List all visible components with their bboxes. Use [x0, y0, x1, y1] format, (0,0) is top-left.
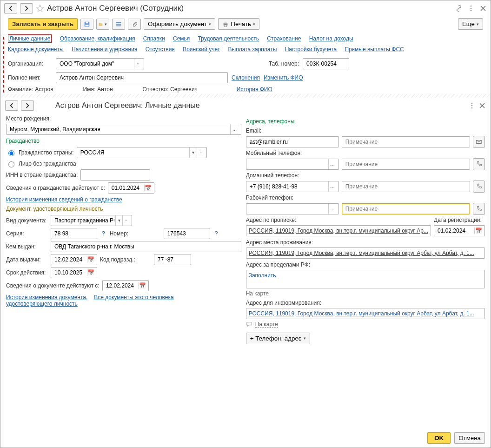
tabnum-input[interactable] — [303, 58, 349, 69]
citizenship-date-input[interactable]: 📅 — [108, 182, 154, 194]
more-vert-icon[interactable] — [467, 5, 475, 12]
inform-addr-link[interactable]: РОССИЯ, 119019, Город Москва, вн.тер.г. … — [249, 310, 474, 317]
svg-point-12 — [471, 102, 473, 104]
tab-hr-docs[interactable]: Кадровые документы — [8, 46, 64, 53]
ok-button[interactable]: OK — [427, 432, 451, 444]
printer-icon — [222, 21, 229, 27]
add-contact-button[interactable]: + Телефон, адрес ▾ — [246, 333, 310, 344]
calendar-icon[interactable]: 📅 — [87, 256, 94, 263]
tab-military[interactable]: Воинский учет — [183, 46, 220, 53]
reg-date-input[interactable]: 📅 — [434, 225, 485, 236]
tab-salary[interactable]: Выплата зарплаты — [228, 46, 277, 53]
map-link-2[interactable]: На карте — [255, 321, 278, 328]
calendar-icon[interactable]: 📅 — [87, 269, 94, 276]
close-icon[interactable] — [479, 5, 487, 12]
sub-forward-button[interactable] — [21, 100, 34, 111]
tab-work[interactable]: Трудовая деятельность — [198, 35, 259, 42]
link-icon[interactable] — [455, 5, 463, 12]
code-input[interactable] — [154, 254, 191, 265]
calendar-icon[interactable]: 📅 — [474, 227, 482, 234]
mobile-note-input[interactable] — [342, 159, 470, 170]
email-send-button[interactable] — [473, 136, 485, 148]
inform-addr-input[interactable]: РОССИЯ, 119019, Город Москва, вн.тер.г. … — [246, 308, 485, 319]
ellipsis-icon[interactable]: … — [328, 204, 336, 214]
ellipsis-icon[interactable]: … — [328, 181, 336, 192]
email-note-input[interactable] — [342, 136, 470, 147]
cancel-button[interactable]: Отмена — [454, 432, 485, 444]
doc-type-label: Вид документа: — [6, 217, 48, 224]
sub-close-icon[interactable] — [478, 102, 486, 109]
phone-icon — [476, 161, 482, 167]
change-fio-link[interactable]: Изменить ФИО — [264, 74, 303, 81]
favorite-star-icon[interactable] — [36, 4, 44, 13]
declension-link[interactable]: Склонения — [232, 74, 260, 81]
tab-family[interactable]: Семья — [173, 35, 190, 42]
open-ref-icon[interactable]: ▫ — [122, 215, 129, 226]
tab-absences[interactable]: Отсутствия — [146, 46, 175, 53]
foreign-addr-input[interactable]: Заполнить — [246, 270, 485, 288]
work-call-button[interactable] — [473, 203, 485, 215]
list-button[interactable] — [112, 19, 125, 30]
print-button[interactable]: Печать ▾ — [218, 18, 259, 30]
reg-addr-input[interactable]: РОССИЯ, 119019, Город Москва, вн.тер.г. … — [246, 225, 431, 236]
tab-education[interactable]: Образование, квалификация — [60, 35, 135, 42]
tab-accounting[interactable]: Настройки бухучета — [285, 46, 337, 53]
folder-button[interactable]: ▾ — [96, 19, 109, 30]
citizenship-history-link[interactable]: История изменения сведений о гражданстве — [6, 196, 122, 203]
series-input[interactable] — [51, 228, 97, 239]
open-ref-icon[interactable]: ▫ — [197, 147, 204, 158]
issued-by-input[interactable] — [51, 241, 241, 252]
birthplace-input[interactable]: … — [6, 124, 241, 135]
home-note-input[interactable] — [342, 181, 470, 192]
create-document-button[interactable]: Оформить документ ▾ — [144, 18, 215, 30]
sub-more-icon[interactable] — [468, 102, 476, 109]
org-input[interactable]: ▫ — [56, 58, 144, 69]
number-input[interactable] — [164, 228, 210, 239]
doc-type-input[interactable]: ▾ ▫ — [51, 215, 132, 226]
inn-input[interactable] — [80, 169, 150, 181]
calendar-icon[interactable]: 📅 — [139, 282, 146, 289]
all-docs-link[interactable]: Все документы этого человека — [94, 294, 173, 301]
home-phone-input[interactable]: … — [246, 181, 339, 192]
tab-accruals[interactable]: Начисления и удержания — [72, 46, 137, 53]
tab-fss[interactable]: Прямые выплаты ФСС — [345, 46, 404, 53]
tab-references[interactable]: Справки — [143, 35, 165, 42]
help-icon[interactable]: ? — [213, 230, 220, 237]
stateless-radio[interactable] — [8, 161, 14, 167]
work-note-input[interactable] — [342, 203, 470, 214]
help-icon[interactable]: ? — [100, 230, 107, 237]
calendar-icon[interactable]: 📅 — [144, 185, 152, 191]
mobile-call-button[interactable] — [473, 158, 485, 170]
validity-input[interactable]: 📅 — [51, 267, 97, 278]
home-call-button[interactable] — [473, 181, 485, 193]
work-phone-input[interactable]: … — [246, 203, 339, 214]
back-button[interactable] — [4, 3, 17, 13]
tab-tax[interactable]: Налог на доходы — [309, 35, 353, 42]
live-addr-input[interactable]: РОССИЯ, 119019, Город Москва, вн.тер.г. … — [246, 247, 485, 259]
sub-back-button[interactable] — [5, 100, 18, 111]
ellipsis-icon[interactable]: … — [328, 159, 336, 169]
citizenship-country-input[interactable]: ▾ ▫ — [77, 147, 207, 158]
map-link-1[interactable]: На карте — [246, 290, 269, 297]
tab-personal[interactable]: Личные данные — [8, 34, 52, 43]
open-ref-icon[interactable]: ▫ — [134, 59, 141, 69]
fullname-input[interactable] — [56, 72, 228, 83]
attach-button[interactable] — [128, 19, 141, 30]
chevron-down-icon[interactable]: ▾ — [189, 147, 197, 158]
save-button[interactable] — [80, 19, 93, 30]
fill-link[interactable]: Заполнить — [249, 272, 276, 279]
history-fio-link[interactable]: История ФИО — [237, 86, 272, 93]
email-input[interactable] — [246, 136, 339, 147]
ellipsis-icon[interactable]: … — [230, 124, 238, 134]
chevron-down-icon[interactable]: ▾ — [115, 215, 122, 226]
issue-date-input[interactable]: 📅 — [51, 254, 97, 265]
doc-history-link[interactable]: История изменения документа, удостоверяю… — [6, 294, 87, 307]
doc-date-input[interactable]: 📅 — [102, 280, 149, 291]
more-button[interactable]: Еще ▾ — [458, 18, 483, 30]
tab-insurance[interactable]: Страхование — [267, 35, 301, 42]
mobile-input[interactable]: … — [246, 159, 339, 170]
svg-rect-6 — [116, 22, 121, 23]
citizenship-country-radio[interactable] — [8, 150, 14, 156]
save-close-button[interactable]: Записать и закрыть — [8, 18, 78, 30]
forward-button[interactable] — [20, 3, 33, 13]
